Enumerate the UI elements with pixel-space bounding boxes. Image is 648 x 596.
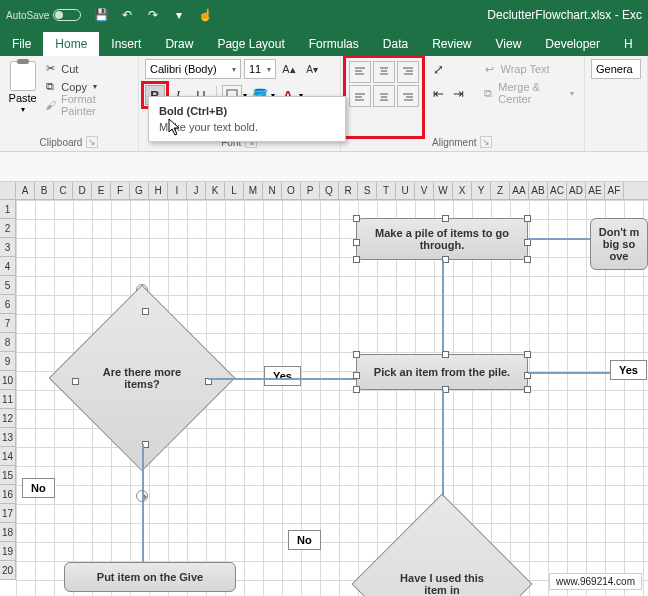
- tab-insert[interactable]: Insert: [99, 32, 153, 56]
- col-hdr[interactable]: T: [377, 182, 396, 199]
- col-hdr[interactable]: O: [282, 182, 301, 199]
- col-hdr[interactable]: D: [73, 182, 92, 199]
- increase-indent-button[interactable]: ⇥: [449, 83, 469, 103]
- connector[interactable]: [208, 378, 356, 380]
- col-hdr[interactable]: Y: [472, 182, 491, 199]
- font-name-combo[interactable]: Calibri (Body)▾: [145, 59, 241, 79]
- connector[interactable]: [142, 444, 144, 564]
- connector[interactable]: [442, 260, 444, 354]
- col-hdr[interactable]: J: [187, 182, 206, 199]
- flowchart-label-no[interactable]: No: [288, 530, 321, 550]
- dialog-launcher-icon[interactable]: ↘: [480, 136, 492, 148]
- col-hdr[interactable]: V: [415, 182, 434, 199]
- tab-home[interactable]: Home: [43, 32, 99, 56]
- row-hdr[interactable]: 11: [0, 390, 16, 409]
- row-hdr[interactable]: 14: [0, 447, 16, 466]
- tab-data[interactable]: Data: [371, 32, 420, 56]
- col-hdr[interactable]: N: [263, 182, 282, 199]
- col-hdr[interactable]: E: [92, 182, 111, 199]
- col-hdr[interactable]: AD: [567, 182, 586, 199]
- row-hdr[interactable]: 8: [0, 333, 16, 352]
- tab-draw[interactable]: Draw: [153, 32, 205, 56]
- save-icon[interactable]: 💾: [93, 7, 109, 23]
- formula-bar-area[interactable]: [0, 152, 648, 182]
- row-hdr[interactable]: 5: [0, 276, 16, 295]
- number-format-combo[interactable]: Genera: [591, 59, 641, 79]
- col-hdr[interactable]: Q: [320, 182, 339, 199]
- undo-icon[interactable]: ↶: [119, 7, 135, 23]
- flowchart-shape-put-item[interactable]: Put item on the Give: [64, 562, 236, 592]
- flowchart-decision-are-there[interactable]: Are there more items?: [76, 312, 208, 444]
- col-hdr[interactable]: S: [358, 182, 377, 199]
- flowchart-label-yes[interactable]: Yes: [264, 366, 301, 386]
- col-hdr[interactable]: AF: [605, 182, 624, 199]
- col-hdr[interactable]: H: [149, 182, 168, 199]
- flowchart-shape-pick[interactable]: Pick an item from the pile.: [356, 354, 528, 390]
- tab-help[interactable]: H: [612, 32, 645, 56]
- row-hdr[interactable]: 18: [0, 523, 16, 542]
- merge-center-button[interactable]: ⧉Merge & Center▾: [479, 83, 578, 103]
- row-hdr[interactable]: 20: [0, 561, 16, 580]
- col-hdr[interactable]: K: [206, 182, 225, 199]
- flowchart-decision-have-used[interactable]: Have I used this item in: [378, 520, 506, 596]
- col-hdr[interactable]: C: [54, 182, 73, 199]
- dialog-launcher-icon[interactable]: ↘: [86, 136, 98, 148]
- tab-view[interactable]: View: [484, 32, 534, 56]
- align-bottom-left-button[interactable]: [349, 85, 371, 107]
- row-hdr[interactable]: 9: [0, 352, 16, 371]
- tab-page-layout[interactable]: Page Layout: [205, 32, 296, 56]
- toggle-off-icon[interactable]: [53, 9, 81, 21]
- row-hdr[interactable]: 16: [0, 485, 16, 504]
- row-hdr[interactable]: 13: [0, 428, 16, 447]
- font-size-combo[interactable]: 11▾: [244, 59, 276, 79]
- col-hdr[interactable]: U: [396, 182, 415, 199]
- row-hdr[interactable]: 12: [0, 409, 16, 428]
- row-hdr[interactable]: 2: [0, 219, 16, 238]
- row-hdr[interactable]: 3: [0, 238, 16, 257]
- align-top-center-button[interactable]: [373, 61, 395, 83]
- col-hdr[interactable]: AE: [586, 182, 605, 199]
- flowchart-shape-pile[interactable]: Make a pile of items to go through.: [356, 218, 528, 260]
- tab-developer[interactable]: Developer: [533, 32, 612, 56]
- increase-font-size-button[interactable]: A▴: [279, 59, 299, 79]
- redo-icon[interactable]: ↷: [145, 7, 161, 23]
- orientation-button[interactable]: ⤢: [429, 59, 449, 79]
- col-hdr[interactable]: P: [301, 182, 320, 199]
- align-top-left-button[interactable]: [349, 61, 371, 83]
- col-hdr[interactable]: M: [244, 182, 263, 199]
- col-hdr[interactable]: X: [453, 182, 472, 199]
- row-hdr[interactable]: 7: [0, 314, 16, 333]
- col-hdr[interactable]: Z: [491, 182, 510, 199]
- col-hdr[interactable]: W: [434, 182, 453, 199]
- col-hdr[interactable]: B: [35, 182, 54, 199]
- align-bottom-center-button[interactable]: [373, 85, 395, 107]
- row-hdr[interactable]: 4: [0, 257, 16, 276]
- decrease-font-size-button[interactable]: A▾: [302, 59, 322, 79]
- col-hdr[interactable]: AA: [510, 182, 529, 199]
- col-hdr[interactable]: AB: [529, 182, 548, 199]
- row-hdr[interactable]: 10: [0, 371, 16, 390]
- col-hdr[interactable]: R: [339, 182, 358, 199]
- cut-button[interactable]: ✂Cut: [43, 60, 132, 77]
- col-hdr[interactable]: I: [168, 182, 187, 199]
- row-hdr[interactable]: 17: [0, 504, 16, 523]
- flowchart-label-yes[interactable]: Yes: [610, 360, 647, 380]
- connector[interactable]: [528, 372, 610, 374]
- format-painter-button[interactable]: 🖌Format Painter: [43, 96, 132, 113]
- align-bottom-right-button[interactable]: [397, 85, 419, 107]
- autosave-toggle[interactable]: AutoSave: [6, 9, 81, 21]
- col-hdr[interactable]: AC: [548, 182, 567, 199]
- rotate-handle-icon[interactable]: [136, 490, 148, 502]
- row-hdr[interactable]: 6: [0, 295, 16, 314]
- decrease-indent-button[interactable]: ⇤: [429, 83, 449, 103]
- qat-more-icon[interactable]: ▾: [171, 7, 187, 23]
- select-all-corner[interactable]: [0, 182, 16, 199]
- touch-mode-icon[interactable]: ☝: [197, 7, 213, 23]
- row-hdr[interactable]: 19: [0, 542, 16, 561]
- connector[interactable]: [528, 238, 590, 240]
- col-hdr[interactable]: F: [111, 182, 130, 199]
- paste-button[interactable]: Paste ▾: [6, 59, 39, 135]
- wrap-text-button[interactable]: ↩Wrap Text: [479, 59, 578, 79]
- flowchart-shape-dont[interactable]: Don't m big so ove: [590, 218, 648, 270]
- col-hdr[interactable]: A: [16, 182, 35, 199]
